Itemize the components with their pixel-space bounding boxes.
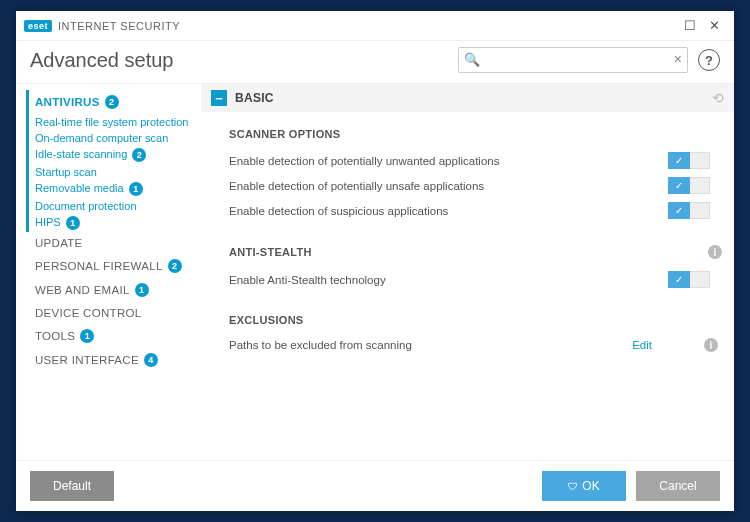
setting-row: Paths to be excluded from scanningEditi <box>229 334 718 356</box>
badge: 1 <box>66 216 80 230</box>
group-title: SCANNER OPTIONS <box>229 128 718 140</box>
default-button[interactable]: Default <box>30 471 114 501</box>
sidebar-category[interactable]: PERSONAL FIREWALL2 <box>26 254 201 278</box>
sidebar-category[interactable]: USER INTERFACE4 <box>26 348 201 372</box>
setting-label: Enable detection of suspicious applicati… <box>229 205 668 217</box>
toggle-knob: ✓ <box>668 271 690 288</box>
section-body: SCANNER OPTIONSEnable detection of poten… <box>201 112 734 374</box>
setting-label: Enable Anti-Stealth technology <box>229 274 668 286</box>
toggle[interactable]: ✓ <box>668 202 710 219</box>
titlebar: eset INTERNET SECURITY ☐ ✕ <box>16 11 734 41</box>
ok-button-label: OK <box>582 479 599 493</box>
setting-row: Enable Anti-Stealth technology✓ <box>229 267 718 292</box>
setting-label: Enable detection of potentially unsafe a… <box>229 180 668 192</box>
sidebar-item[interactable]: On-demand computer scan <box>26 130 201 146</box>
sidebar-item[interactable]: Removable media1 <box>26 180 201 198</box>
sidebar-item[interactable]: Real-time file system protection <box>26 114 201 130</box>
sidebar-item[interactable]: Document protection <box>26 198 201 214</box>
toggle[interactable]: ✓ <box>668 271 710 288</box>
setting-row: Enable detection of potentially unsafe a… <box>229 173 718 198</box>
toggle[interactable]: ✓ <box>668 152 710 169</box>
toggle-knob: ✓ <box>668 177 690 194</box>
edit-link[interactable]: Edit <box>632 339 652 351</box>
setting-label: Paths to be excluded from scanning <box>229 339 632 351</box>
badge: 1 <box>135 283 149 297</box>
group-title: EXCLUSIONS <box>229 314 718 326</box>
search-input[interactable] <box>458 47 688 73</box>
badge: 1 <box>129 182 143 196</box>
info-icon[interactable]: i <box>708 245 722 259</box>
info-icon[interactable]: i <box>704 338 718 352</box>
sidebar-item[interactable]: Startup scan <box>26 164 201 180</box>
ok-button[interactable]: OK <box>542 471 626 501</box>
sidebar-category[interactable]: ANTIVIRUS2 <box>26 90 201 114</box>
group-title: ANTI-STEALTHi <box>229 245 718 259</box>
sidebar-category[interactable]: UPDATE <box>26 232 201 254</box>
setting-label: Enable detection of potentially unwanted… <box>229 155 668 167</box>
sidebar-category[interactable]: TOOLS1 <box>26 324 201 348</box>
content: − BASIC ⟲ SCANNER OPTIONSEnable detectio… <box>201 84 734 460</box>
toggle-knob: ✓ <box>668 152 690 169</box>
badge: 2 <box>105 95 119 109</box>
window-maximize-icon[interactable]: ☐ <box>678 16 702 36</box>
badge: 2 <box>168 259 182 273</box>
header: Advanced setup 🔍 × ? <box>16 41 734 83</box>
page-title: Advanced setup <box>30 49 448 72</box>
section-header: − BASIC ⟲ <box>201 84 734 112</box>
clear-search-icon[interactable]: × <box>674 51 682 67</box>
section-title: BASIC <box>235 91 704 105</box>
sidebar: ANTIVIRUS2Real-time file system protecti… <box>16 84 201 460</box>
undo-icon[interactable]: ⟲ <box>712 90 724 106</box>
body: ANTIVIRUS2Real-time file system protecti… <box>16 83 734 460</box>
collapse-icon[interactable]: − <box>211 90 227 106</box>
sidebar-item[interactable]: Idle-state scanning2 <box>26 146 201 164</box>
toggle[interactable]: ✓ <box>668 177 710 194</box>
toggle-knob: ✓ <box>668 202 690 219</box>
brand-text: INTERNET SECURITY <box>58 20 180 32</box>
sidebar-item[interactable]: HIPS1 <box>26 214 201 232</box>
setting-row: Enable detection of suspicious applicati… <box>229 198 718 223</box>
search-field: 🔍 × <box>458 47 688 73</box>
badge: 2 <box>132 148 146 162</box>
sidebar-category[interactable]: WEB AND EMAIL1 <box>26 278 201 302</box>
sidebar-category[interactable]: DEVICE CONTROL <box>26 302 201 324</box>
setting-row: Enable detection of potentially unwanted… <box>229 148 718 173</box>
window-close-icon[interactable]: ✕ <box>702 16 726 36</box>
brand-logo: eset <box>24 20 52 32</box>
badge: 1 <box>80 329 94 343</box>
brand: eset INTERNET SECURITY <box>24 20 180 32</box>
help-icon[interactable]: ? <box>698 49 720 71</box>
app-window: eset INTERNET SECURITY ☐ ✕ Advanced setu… <box>16 11 734 511</box>
footer: Default OK Cancel <box>16 460 734 511</box>
cancel-button[interactable]: Cancel <box>636 471 720 501</box>
shield-icon <box>568 479 578 493</box>
badge: 4 <box>144 353 158 367</box>
